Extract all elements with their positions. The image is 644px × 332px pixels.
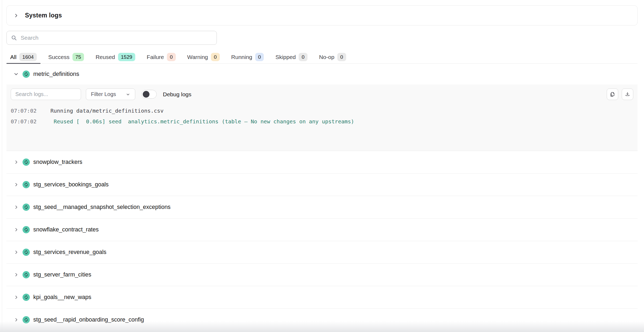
tab-count-badge: 1604 xyxy=(19,53,36,61)
chevron-right-icon[interactable] xyxy=(13,294,19,300)
debug-logs-toggle[interactable] xyxy=(141,90,157,99)
log-line: 07:07:02 Reused [ 0.06s] seed analytics.… xyxy=(11,116,633,127)
log-timestamp: 07:07:02 xyxy=(11,105,38,116)
search-input[interactable] xyxy=(21,35,212,41)
log-toolbar: Filter Logs Debug logs xyxy=(11,88,633,100)
chevron-right-icon xyxy=(13,13,19,19)
reused-status-icon xyxy=(23,158,30,166)
chevron-right-icon[interactable] xyxy=(13,227,19,233)
status-tab[interactable]: Skipped 0 xyxy=(272,51,311,64)
tab-label: Failure xyxy=(147,54,164,60)
system-logs-title: System logs xyxy=(25,12,62,19)
reused-status-icon xyxy=(23,316,30,323)
copy-icon xyxy=(610,91,615,97)
log-item-name: stg_services_bookings_goals xyxy=(33,181,109,188)
filter-logs-label: Filter Logs xyxy=(91,91,116,97)
system-logs-page: System logs All 1604 Success 75 xyxy=(0,0,644,332)
tab-count-badge: 75 xyxy=(72,53,84,61)
log-item-row[interactable]: stg_services_bookings_goals xyxy=(6,174,638,196)
reused-status-icon xyxy=(23,204,30,211)
chevron-right-icon[interactable] xyxy=(13,159,19,165)
chevron-right-icon[interactable] xyxy=(13,204,19,210)
tab-label: Skipped xyxy=(275,54,296,60)
system-logs-header[interactable]: System logs xyxy=(6,5,638,25)
download-icon xyxy=(625,91,630,97)
tab-label: Warning xyxy=(187,54,208,60)
search-icon xyxy=(11,35,17,41)
reused-status-icon xyxy=(23,249,30,256)
log-panel: Filter Logs Debug logs xyxy=(6,84,638,151)
log-item-row[interactable]: stg_services_revenue_goals xyxy=(6,241,638,264)
chevron-right-icon[interactable] xyxy=(13,182,19,188)
chevron-right-icon[interactable] xyxy=(13,272,19,278)
search-box xyxy=(6,31,217,45)
tab-count-badge: 0 xyxy=(299,53,308,61)
toggle-knob xyxy=(143,91,149,98)
filter-logs-select[interactable]: Filter Logs xyxy=(86,88,135,100)
log-panel-actions xyxy=(607,88,633,100)
reused-status-icon xyxy=(23,294,30,301)
log-item-expanded-header[interactable]: metric_definitions xyxy=(6,64,638,84)
chevron-down-icon xyxy=(126,92,130,97)
log-item-row[interactable]: stg_server_farm_cities xyxy=(6,264,638,286)
tab-count-badge: 1529 xyxy=(118,53,135,61)
tab-count-badge: 0 xyxy=(167,53,176,61)
reused-status-icon xyxy=(23,271,30,278)
reused-status-icon xyxy=(23,181,30,188)
tab-label: No-op xyxy=(319,54,334,60)
log-item-name: kpi_goals__new_waps xyxy=(33,294,91,301)
status-tab[interactable]: Success 75 xyxy=(45,51,88,64)
log-item-row[interactable]: snowplow_trackers xyxy=(6,151,638,174)
status-tab[interactable]: Reused 1529 xyxy=(92,51,139,64)
window-edge-divider xyxy=(2,0,2,332)
log-item-row[interactable]: kpi_goals__new_waps xyxy=(6,286,638,309)
chevron-right-icon[interactable] xyxy=(13,317,19,323)
status-tabs: All 1604 Success 75 Reused 1529 Failure … xyxy=(6,51,638,64)
chevron-right-icon[interactable] xyxy=(13,249,19,255)
status-tab[interactable]: Failure 0 xyxy=(143,51,180,64)
tab-count-badge: 0 xyxy=(211,53,220,61)
log-item-name: stg_seed__rapid_onboarding_score_config xyxy=(33,316,144,323)
status-tab[interactable]: No-op 0 xyxy=(315,51,350,64)
expanded-item-name: metric_definitions xyxy=(33,71,79,78)
log-item-name: stg_services_revenue_goals xyxy=(33,249,107,256)
log-timestamp: 07:07:02 xyxy=(11,116,38,127)
log-message: Running data/metric_definitions.csv xyxy=(50,105,163,116)
tab-label: All xyxy=(10,54,16,60)
tab-label: Reused xyxy=(96,54,115,60)
log-item-row[interactable]: stg_seed__rapid_onboarding_score_config xyxy=(6,309,638,331)
log-item-name: snowplow_trackers xyxy=(33,159,82,165)
status-tab[interactable]: All 1604 xyxy=(6,51,41,64)
tab-label: Running xyxy=(231,54,252,60)
tab-label: Success xyxy=(48,54,69,60)
tab-count-badge: 0 xyxy=(255,53,264,61)
log-item-row[interactable]: stg_seed__managed_snapshot_selection_exc… xyxy=(6,196,638,219)
status-tab[interactable]: Running 0 xyxy=(228,51,268,64)
debug-logs-label: Debug logs xyxy=(163,91,191,98)
tab-count-badge: 0 xyxy=(337,53,346,61)
log-item-name: stg_seed__managed_snapshot_selection_exc… xyxy=(33,204,171,211)
log-item-name: snowflake_contract_rates xyxy=(33,226,99,233)
log-search-input[interactable] xyxy=(11,88,81,100)
log-item-name: stg_server_farm_cities xyxy=(33,271,91,278)
download-logs-button[interactable] xyxy=(622,88,633,100)
reused-status-icon xyxy=(23,71,30,78)
log-line: 07:07:02 Running data/metric_definitions… xyxy=(11,105,633,116)
chevron-down-icon[interactable] xyxy=(13,71,19,77)
log-item-row[interactable]: snowflake_contract_rates xyxy=(6,219,638,241)
status-tab[interactable]: Warning 0 xyxy=(184,51,224,64)
copy-logs-button[interactable] xyxy=(607,88,618,100)
log-message: Reused [ 0.06s] seed analytics.metric_de… xyxy=(50,116,354,127)
log-item-list: snowplow_trackers stg_services_bookings_… xyxy=(6,151,638,331)
reused-status-icon xyxy=(23,226,30,233)
log-lines: 07:07:02 Running data/metric_definitions… xyxy=(11,105,633,127)
